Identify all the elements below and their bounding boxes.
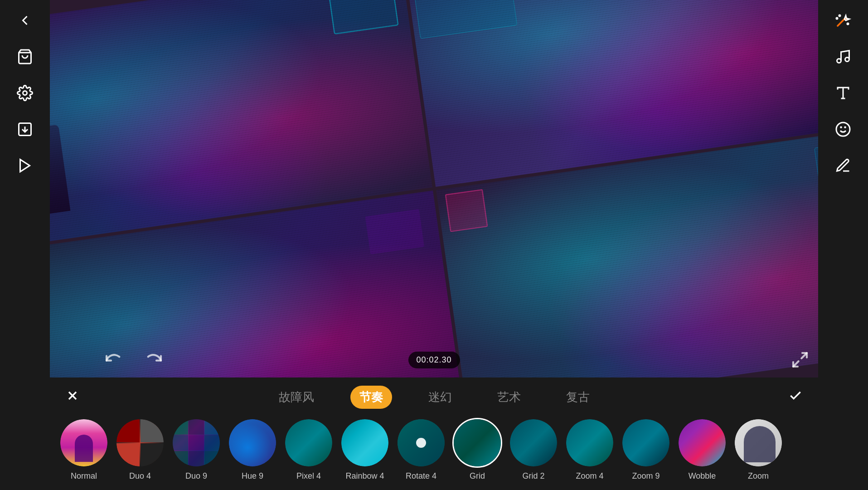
effect-zoom9[interactable]: Zoom 9: [621, 418, 671, 481]
effect-grid-thumb: [452, 418, 502, 468]
video-background: 한국어 adidas 안녕? 너♡나도 이뻐구: [50, 0, 818, 377]
download-button[interactable]: [14, 118, 36, 141]
effect-hue9-thumb: [228, 418, 277, 468]
effects-row: Normal Duo 4: [50, 413, 818, 490]
effect-rotate4-label: Rotate 4: [406, 471, 436, 481]
svg-point-14: [845, 58, 849, 62]
svg-marker-4: [20, 160, 30, 172]
category-tabs: 故障风 节奏 迷幻 艺术 复古: [50, 377, 818, 413]
svg-point-17: [836, 122, 850, 136]
effect-pixel4-label: Pixel 4: [296, 471, 321, 481]
settings-button[interactable]: [14, 82, 36, 104]
effect-duo4-label: Duo 4: [129, 471, 151, 481]
svg-point-1: [23, 91, 27, 95]
effect-zoom4-thumb: [565, 418, 615, 468]
tab-fantasy[interactable]: 迷幻: [419, 386, 461, 409]
effect-wobble[interactable]: Wobble: [677, 418, 727, 481]
svg-point-13: [837, 59, 841, 63]
effect-rotate4-thumb: [396, 418, 446, 468]
close-button[interactable]: [63, 387, 82, 405]
effect-rotate4[interactable]: Rotate 4: [396, 418, 446, 481]
effect-grid2-thumb: [509, 418, 558, 468]
effect-duo4[interactable]: Duo 4: [115, 418, 165, 481]
effect-duo4-thumb: [115, 418, 165, 468]
draw-button[interactable]: [832, 154, 854, 177]
effect-normal-thumb: [59, 418, 109, 468]
effect-normal-label: Normal: [71, 471, 97, 481]
effect-zoom-label: Zoom: [748, 471, 769, 481]
right-sidebar: [818, 0, 868, 490]
timestamp-badge: 00:02.30: [408, 352, 460, 368]
svg-line-9: [838, 19, 844, 26]
effect-rainbow4-label: Rainbow 4: [345, 471, 384, 481]
effect-wobble-label: Wobble: [689, 471, 716, 481]
effect-pixel4-thumb: [284, 418, 334, 468]
svg-point-11: [836, 18, 838, 19]
effect-normal[interactable]: Normal: [59, 418, 109, 481]
effect-zoom4-label: Zoom 4: [576, 471, 603, 481]
effect-hue9[interactable]: Hue 9: [228, 418, 277, 481]
magic-wand-button[interactable]: [832, 9, 854, 32]
text-button[interactable]: [832, 82, 854, 104]
video-canvas: 한국어 adidas 안녕? 너♡나도 이뻐구: [50, 0, 818, 377]
effect-grid[interactable]: Grid: [452, 418, 502, 481]
effect-zoom4[interactable]: Zoom 4: [565, 418, 615, 481]
effect-grid2-label: Grid 2: [522, 471, 544, 481]
effect-duo9-label: Duo 9: [185, 471, 207, 481]
effect-zoom9-label: Zoom 9: [632, 471, 659, 481]
effect-rainbow4[interactable]: Rainbow 4: [340, 418, 390, 481]
effect-wobble-thumb: [677, 418, 727, 468]
bottom-bar: 故障风 节奏 迷幻 艺术 复古 Normal: [50, 377, 818, 490]
svg-point-10: [839, 15, 840, 16]
effect-pixel4[interactable]: Pixel 4: [284, 418, 334, 481]
music-button[interactable]: [832, 45, 854, 68]
svg-point-12: [847, 23, 849, 24]
play-button[interactable]: [14, 154, 36, 177]
effect-hue9-label: Hue 9: [242, 471, 263, 481]
effect-zoom-thumb: [733, 418, 783, 468]
redo-button[interactable]: [145, 351, 163, 371]
confirm-button[interactable]: [786, 387, 805, 405]
emoji-button[interactable]: [832, 118, 854, 141]
video-controls: 00:02.30: [408, 352, 460, 368]
effect-duo9[interactable]: Duo 9: [171, 418, 221, 481]
effect-rainbow4-thumb: [340, 418, 390, 468]
effect-zoom9-thumb: [621, 418, 671, 468]
tab-art[interactable]: 艺术: [488, 386, 530, 409]
undo-button[interactable]: [104, 351, 122, 371]
tab-retro[interactable]: 复古: [557, 386, 599, 409]
back-button[interactable]: [14, 9, 36, 32]
effect-grid2[interactable]: Grid 2: [509, 418, 558, 481]
effect-grid-label: Grid: [470, 471, 485, 481]
tab-glitch[interactable]: 故障风: [270, 386, 323, 409]
effect-duo9-thumb: [171, 418, 221, 468]
main-content: 한국어 adidas 안녕? 너♡나도 이뻐구: [50, 0, 818, 490]
effect-zoom[interactable]: Zoom: [733, 418, 783, 481]
tab-rhythm[interactable]: 节奏: [350, 386, 392, 409]
shop-button[interactable]: [14, 45, 36, 68]
fullscreen-button[interactable]: [791, 351, 809, 371]
video-grid-effect: 한국어 adidas 안녕? 너♡나도 이뻐구: [50, 0, 818, 377]
left-sidebar: [0, 0, 50, 490]
